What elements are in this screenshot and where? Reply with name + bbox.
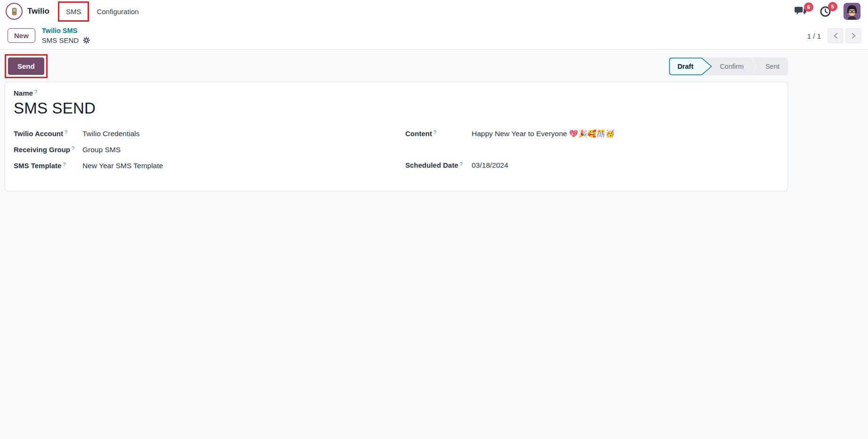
chevron-right-icon (851, 33, 856, 39)
status-draft-label: Draft (677, 63, 693, 70)
messages-badge: 6 (804, 2, 813, 12)
pager-buttons (827, 28, 861, 43)
status-separator (751, 57, 757, 75)
help-marker-icon: ? (65, 130, 67, 135)
breadcrumb: Twilio SMS SMS SEND (42, 27, 90, 44)
name-field-group: Name? SMS SEND (14, 89, 779, 117)
name-label: Name (14, 89, 33, 97)
content-label: Content (406, 130, 432, 138)
avatar-image (844, 3, 860, 20)
status-step-draft[interactable]: Draft (669, 57, 712, 75)
twilio-account-value[interactable]: Twilio Credentials (82, 130, 397, 138)
pager-count: 1 / 1 (807, 32, 821, 40)
field-row-content: Content? Happy New Year to Everyone 💖🎉🥰🎊… (406, 130, 779, 138)
status-sent-label: Sent (765, 63, 779, 70)
gear-icon[interactable] (83, 37, 90, 44)
name-label-row: Name? (14, 89, 779, 97)
annotation-box-send: Send (5, 54, 48, 78)
sms-template-label: SMS Template (14, 162, 61, 170)
field-column-right: Content? Happy New Year to Everyone 💖🎉🥰🎊… (397, 130, 779, 178)
top-navbar: Twilio SMS Configuration 6 5 (0, 0, 868, 23)
control-panel: New Twilio SMS SMS SEND (0, 23, 868, 49)
help-marker-icon: ? (72, 146, 74, 151)
field-row-twilio-account: Twilio Account? Twilio Credentials (14, 130, 397, 138)
scheduled-date-label: Scheduled Date (406, 161, 459, 169)
record-name-input[interactable]: SMS SEND (14, 99, 779, 117)
mobile-phone-icon (10, 8, 18, 16)
breadcrumb-parent-link[interactable]: Twilio SMS (42, 27, 90, 35)
pager-next-button[interactable] (845, 28, 861, 43)
help-marker-icon: ? (433, 130, 436, 135)
chevron-left-icon (833, 33, 838, 39)
annotation-box-sms: SMS (58, 1, 89, 22)
control-panel-left: New Twilio SMS SMS SEND (8, 27, 90, 44)
breadcrumb-current-row: SMS SEND (42, 36, 90, 45)
help-marker-icon: ? (63, 162, 65, 167)
navbar-left: Twilio SMS Configuration (6, 1, 141, 22)
chevron-separator-icon (751, 57, 757, 75)
pager-previous-button[interactable] (827, 28, 844, 43)
twilio-app-icon[interactable] (6, 3, 23, 20)
navbar-right: 6 5 (795, 3, 860, 20)
app-name[interactable]: Twilio (27, 7, 49, 16)
status-step-confirm[interactable]: Confirm (712, 57, 751, 75)
user-avatar[interactable] (844, 3, 860, 20)
new-button[interactable]: New (8, 28, 35, 43)
receiving-group-value[interactable]: Group SMS (82, 146, 397, 154)
form-action-row: Send Draft Confirm Sent (5, 54, 788, 78)
receiving-group-label: Receiving Group (14, 146, 70, 154)
twilio-account-label: Twilio Account (14, 130, 63, 138)
form-sheet: Name? SMS SEND Twilio Account? Twilio Cr… (5, 82, 788, 191)
scheduled-date-value[interactable]: 03/18/2024 (472, 161, 779, 170)
field-row-sms-template: SMS Template? New Year SMS Template (14, 162, 397, 170)
form-view: Send Draft Confirm Sent (0, 49, 868, 191)
help-marker-icon: ? (460, 162, 462, 167)
statusbar: Draft Confirm Sent (669, 57, 788, 75)
field-grid: Twilio Account? Twilio Credentials Recei… (14, 130, 779, 178)
field-row-receiving-group: Receiving Group? Group SMS (14, 146, 397, 154)
content-value[interactable]: Happy New Year to Everyone 💖🎉🥰🎊🥳 (472, 130, 779, 138)
field-column-left: Twilio Account? Twilio Credentials Recei… (14, 130, 397, 178)
pager: 1 / 1 (807, 28, 861, 43)
status-step-sent[interactable]: Sent (757, 57, 788, 75)
menu-sms[interactable]: SMS (64, 5, 83, 18)
field-row-scheduled-date: Scheduled Date? 03/18/2024 (406, 161, 779, 170)
activities-badge: 5 (828, 2, 837, 11)
breadcrumb-current: SMS SEND (42, 36, 79, 45)
messages-button[interactable]: 6 (795, 6, 807, 16)
help-marker-icon: ? (34, 89, 37, 95)
send-button[interactable]: Send (8, 57, 44, 75)
odoo-window: Twilio SMS Configuration 6 5 (0, 0, 868, 439)
menu-configuration[interactable]: Configuration (95, 5, 140, 18)
sms-template-value[interactable]: New Year SMS Template (82, 162, 397, 170)
status-confirm-label: Confirm (720, 63, 744, 70)
activities-button[interactable]: 5 (819, 6, 831, 17)
